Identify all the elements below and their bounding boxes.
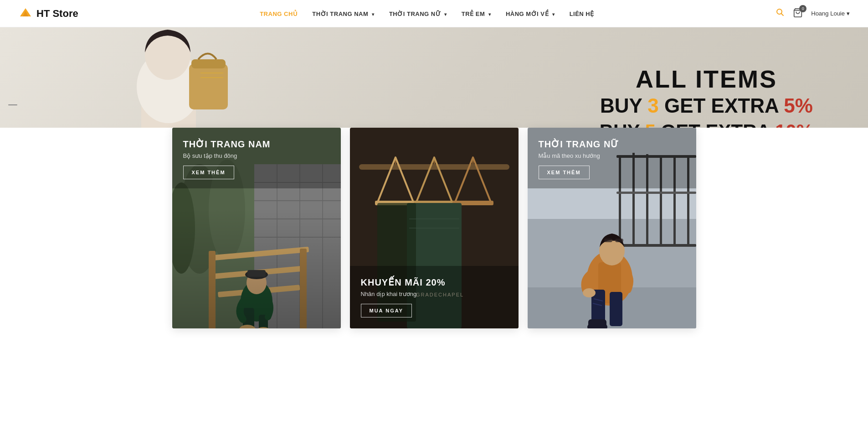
svg-rect-28 <box>218 285 300 297</box>
card-promo-overlay: KHUYẾN MÃI 20% Nhân dịp khai trương MUA … <box>350 266 519 328</box>
svg-line-3 <box>781 14 784 16</box>
svg-point-37 <box>245 270 268 279</box>
card-promo-btn[interactable]: MUA NGAY <box>361 304 412 317</box>
navbar: HT Store TRANG CHỦ THỜI TRANG NAM ▾ THỜI… <box>0 0 868 27</box>
navbar-right: 0 Hoang Louie ▾ <box>776 8 850 20</box>
chevron-down-icon: ▾ <box>444 12 447 17</box>
brand-logo-icon <box>18 6 33 21</box>
promo-card-promo[interactable]: GRADECHAPEL KHUYẾN MÃI 20% Nhân dịp khai… <box>350 128 519 328</box>
svg-rect-74 <box>615 239 623 242</box>
cart-button[interactable]: 0 <box>793 8 803 20</box>
card-men-title: THỜI TRANG NAM <box>183 139 330 150</box>
svg-rect-69 <box>588 319 606 328</box>
svg-rect-26 <box>209 247 309 261</box>
hero-line-2: BUY 3 GET EXTRA 5% <box>600 93 813 119</box>
svg-rect-73 <box>604 239 612 242</box>
svg-rect-38 <box>247 270 266 277</box>
nav-link-contact[interactable]: LIÊN HỆ <box>570 10 594 17</box>
card-men-subtitle: Bộ sưu tập thu đông <box>183 152 330 159</box>
svg-rect-33 <box>259 315 268 328</box>
svg-rect-61 <box>616 192 696 194</box>
svg-rect-62 <box>616 244 696 247</box>
nav-link-kids[interactable]: TRẺ EM ▾ <box>462 10 491 17</box>
brand-name: HT Store <box>36 8 78 20</box>
user-menu[interactable]: Hoang Louie ▾ <box>811 10 850 17</box>
main-nav: TRANG CHỦ THỜI TRANG NAM ▾ THỜI TRANG NỮ… <box>260 10 594 18</box>
card-women-overlay: THỜI TRANG NỮ Mẫu mã theo xu hướng XEM T… <box>528 128 696 188</box>
slider-indicator <box>8 104 17 105</box>
chevron-down-icon: ▾ <box>847 10 850 17</box>
chevron-down-icon: ▾ <box>552 12 555 17</box>
svg-point-35 <box>257 327 270 328</box>
brand-logo-link[interactable]: HT Store <box>18 6 78 21</box>
svg-rect-32 <box>243 308 254 328</box>
promo-cards-container: THỜI TRANG NAM Bộ sưu tập thu đông XEM T… <box>27 128 841 328</box>
cart-count-badge: 0 <box>799 5 806 12</box>
svg-rect-8 <box>189 64 228 109</box>
nav-link-women[interactable]: THỜI TRANG NỮ ▾ <box>389 10 447 17</box>
svg-rect-17 <box>254 164 341 328</box>
nav-item-men: THỜI TRANG NAM ▾ <box>312 10 375 18</box>
svg-rect-67 <box>610 292 622 326</box>
chevron-down-icon: ▾ <box>488 12 491 17</box>
slider-dot <box>8 104 17 105</box>
svg-rect-40 <box>359 164 509 170</box>
hero-line-1: ALL ITEMS <box>600 66 813 93</box>
promo-card-women[interactable]: THỜI TRANG NỮ Mẫu mã theo xu hướng XEM T… <box>528 128 696 328</box>
promo-card-men[interactable]: THỜI TRANG NAM Bộ sưu tập thu đông XEM T… <box>172 128 341 328</box>
card-promo-title: KHUYẾN MÃI 20% <box>361 277 508 288</box>
card-women-subtitle: Mẫu mã theo xu hướng <box>539 152 685 159</box>
nav-item-contact: LIÊN HỆ <box>570 10 594 18</box>
svg-point-31 <box>241 281 272 322</box>
card-women-title: THỜI TRANG NỮ <box>539 139 685 150</box>
chevron-down-icon: ▾ <box>372 12 375 17</box>
hero-percent-5: 5% <box>784 95 813 117</box>
card-promo-subtitle: Nhân dịp khai trương <box>361 291 508 297</box>
search-icon[interactable] <box>776 8 785 19</box>
nav-item-new: HÀNG MỚI VỀ ▾ <box>506 10 555 18</box>
svg-point-34 <box>239 325 256 328</box>
nav-item-kids: TRẺ EM ▾ <box>462 10 491 18</box>
svg-point-36 <box>247 271 267 294</box>
card-men-btn[interactable]: XEM THÊM <box>183 166 234 179</box>
svg-rect-9 <box>191 59 226 68</box>
svg-point-76 <box>583 288 596 297</box>
card-men-overlay: THỜI TRANG NAM Bộ sưu tập thu đông XEM T… <box>172 128 341 188</box>
svg-rect-29 <box>209 251 216 328</box>
svg-rect-27 <box>213 266 304 279</box>
user-name: Hoang Louie <box>811 10 845 17</box>
svg-rect-30 <box>300 249 307 328</box>
nav-link-men[interactable]: THỜI TRANG NAM ▾ <box>312 10 375 17</box>
card-women-btn[interactable]: XEM THÊM <box>539 166 590 179</box>
promo-section: THỜI TRANG NAM Bộ sưu tập thu đông XEM T… <box>0 128 868 356</box>
nav-item-home: TRANG CHỦ <box>260 10 298 18</box>
nav-link-home[interactable]: TRANG CHỦ <box>260 10 298 17</box>
hero-number-3: 3 <box>647 95 658 117</box>
nav-item-women: THỜI TRANG NỮ ▾ <box>389 10 447 18</box>
nav-link-new[interactable]: HÀNG MỚI VỀ ▾ <box>506 10 555 17</box>
